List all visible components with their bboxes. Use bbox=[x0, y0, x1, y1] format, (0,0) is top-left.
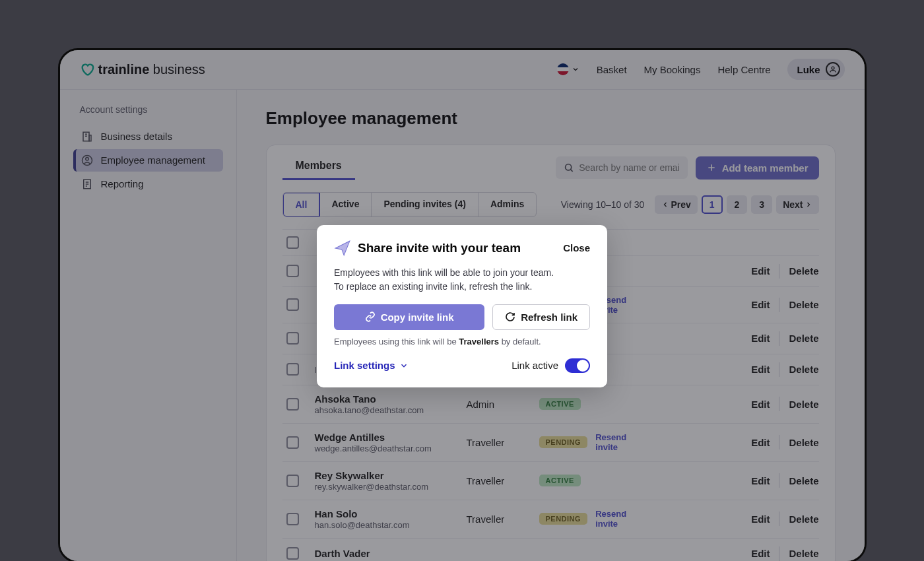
app-window: trainline business Basket My Bookings He… bbox=[58, 48, 867, 562]
link-icon bbox=[365, 312, 376, 322]
refresh-icon bbox=[505, 312, 515, 322]
modal-hint: Employees using this link will be Travel… bbox=[334, 337, 590, 346]
close-button[interactable]: Close bbox=[563, 242, 590, 253]
paper-plane-icon bbox=[334, 240, 351, 257]
chevron-down-icon bbox=[399, 361, 409, 370]
copy-invite-link-button[interactable]: Copy invite link bbox=[334, 304, 484, 330]
link-active-toggle[interactable] bbox=[565, 358, 590, 373]
modal-body: Employees with this link will be able to… bbox=[334, 266, 590, 294]
modal-title: Share invite with your team bbox=[358, 241, 521, 255]
link-settings-button[interactable]: Link settings bbox=[334, 360, 409, 371]
refresh-link-button[interactable]: Refresh link bbox=[492, 304, 590, 330]
share-invite-modal: Share invite with your team Close Employ… bbox=[317, 225, 607, 387]
toggle-label: Link active bbox=[512, 360, 558, 371]
modal-overlay[interactable]: Share invite with your team Close Employ… bbox=[60, 50, 865, 561]
